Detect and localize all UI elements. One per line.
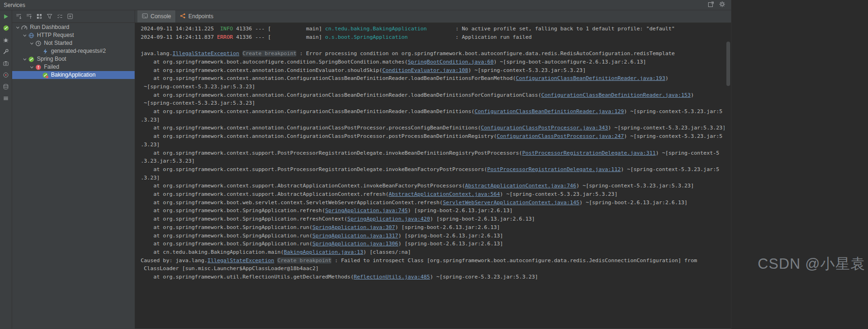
console-text-segment: at org.springframework.context.annotatio… — [141, 67, 382, 73]
console-text-segment: ) ~[spring-boot-autoconfigure-2.6.13.jar… — [494, 59, 646, 65]
chevron-down-icon[interactable] — [15, 25, 21, 30]
chevron-down-icon[interactable] — [29, 65, 35, 70]
filter-icon[interactable] — [46, 13, 53, 20]
tree-item-generated-requests-2[interactable]: generated-requests#2 — [12, 47, 135, 55]
stack-frame-link[interactable]: ConfigurationClassBeanDefinitionReader.j… — [474, 108, 624, 114]
tree-item-label: generated-requests#2 — [51, 47, 106, 55]
create-breakpoint-hint[interactable]: Create breakpoint — [277, 257, 331, 264]
console-line: at org.springframework.boot.SpringApplic… — [141, 240, 725, 248]
console-text-segment: at org.springframework.context.support.A… — [141, 191, 389, 197]
tree-item-bakingapplication[interactable]: BakingApplication — [12, 71, 135, 79]
console-line: at org.springframework.context.support.A… — [141, 182, 725, 190]
stack-frame-link[interactable]: SpringApplication.java:1306 — [312, 241, 398, 247]
chevron-down-icon[interactable] — [22, 57, 28, 62]
menu-icon[interactable] — [2, 94, 10, 102]
console-line: at org.springframework.context.annotatio… — [141, 66, 725, 75]
ide-screenshot-root: Services Run DashboardHTTP RequestNot St… — [0, 0, 868, 329]
console-text-segment: at org.springframework.util.ReflectionUt… — [141, 274, 354, 280]
stack-frame-link[interactable]: ConditionEvaluator.java:108 — [382, 67, 468, 73]
collapse-all-icon[interactable] — [25, 13, 32, 20]
float-window-icon[interactable] — [708, 1, 714, 9]
console-line: ~[spring-context-5.3.23.jar:5.3.23] — [141, 99, 725, 107]
console-line: at org.springframework.context.annotatio… — [141, 107, 725, 116]
console-text-segment: at org.springframework.boot.SpringApplic… — [141, 224, 312, 230]
window-title: Services — [4, 2, 25, 8]
stack-frame-link[interactable]: ConfigurationClassPostProcessor.java:247 — [497, 133, 624, 139]
console-line: ClassLoader [sun.misc.Launcher$AppClassL… — [141, 265, 725, 273]
sidebar-toolbar — [12, 10, 135, 23]
log-level-error: ERROR — [217, 34, 233, 40]
spring-icon[interactable] — [2, 24, 10, 32]
console-text-segment: : Failed to introspect Class [org.spring… — [331, 257, 697, 264]
console-text-segment: at org.springframework.context.annotatio… — [141, 92, 541, 98]
add-service-icon[interactable] — [66, 13, 73, 20]
stack-frame-link[interactable]: ReflectionUtils.java:485 — [354, 274, 430, 280]
checklist-icon[interactable] — [56, 13, 63, 20]
services-sidebar: Run DashboardHTTP RequestNot Startedgene… — [12, 10, 135, 329]
chevron-down-icon[interactable] — [29, 41, 35, 46]
stack-frame-link[interactable]: AbstractApplicationContext.java:564 — [389, 191, 500, 197]
console-text-segment: at org.springframework.boot.SpringApplic… — [141, 207, 325, 214]
tree-item-run-dashboard[interactable]: Run Dashboard — [12, 23, 135, 31]
stack-frame-link[interactable]: SpringApplication.java:420 — [347, 216, 430, 222]
console-text-segment: : Error processing condition on org.spri… — [296, 50, 674, 57]
console-text-segment: .3.23.jar:5.3.23] — [141, 158, 195, 164]
tab-endpoints[interactable]: Endpoints — [175, 10, 217, 22]
console-text-segment: .3.23] — [141, 142, 160, 148]
stack-frame-link[interactable]: SpringApplication.java:307 — [312, 224, 395, 230]
build-wrench-icon[interactable] — [2, 48, 10, 55]
console-text-segment: ) ~[spring-context-5.3.23.jar:5 — [624, 108, 723, 114]
console-viewport: 2024-09-11 14:24:11.225 INFO 41336 --- [… — [135, 23, 731, 329]
expand-all-icon[interactable] — [15, 13, 22, 20]
console-scrollbar — [726, 23, 731, 329]
stack-frame-link[interactable]: PostProcessorRegistrationDelegate.java:1… — [487, 166, 621, 172]
console-text-segment: ) ~[spring-boot-2.6.13.jar:2.6.13] — [580, 200, 688, 206]
profiler-icon[interactable] — [2, 71, 10, 79]
stack-frame-link[interactable]: AbstractApplicationContext.java:746 — [465, 183, 576, 189]
settings-gear-icon[interactable] — [719, 1, 725, 9]
console-line: .3.23] — [141, 141, 725, 149]
console-line: at org.springframework.context.annotatio… — [141, 124, 725, 132]
exception-class-link[interactable]: IllegalStateException — [208, 257, 274, 264]
stack-frame-link[interactable]: ConfigurationClassBeanDefinitionReader.j… — [541, 92, 691, 98]
stack-frame-link[interactable]: SpringBootCondition.java:60 — [408, 59, 494, 65]
console-text-segment: java.lang. — [141, 50, 172, 57]
chevron-down-icon[interactable] — [22, 33, 28, 38]
debug-icon[interactable] — [2, 36, 10, 43]
stack-frame-link[interactable]: ServletWebServerApplicationContext.java:… — [443, 200, 579, 206]
stack-frame-link[interactable]: BakingApplication.java:13 — [284, 249, 363, 255]
group-by-icon[interactable] — [36, 13, 43, 20]
console-text-segment: at org.springframework.boot.SpringApplic… — [141, 216, 347, 222]
tab-console[interactable]: Console — [137, 10, 175, 22]
console-output: 2024-09-11 14:24:11.225 INFO 41336 --- [… — [135, 23, 725, 329]
stack-frame-link[interactable]: SpringApplication.java:745 — [325, 207, 408, 214]
run-dashboard-icon — [21, 24, 28, 31]
console-text-segment: ~[spring-context-5.3.23.jar:5.3.23] — [141, 100, 255, 106]
stack-frame-link[interactable]: PostProcessorRegistrationDelegate.java:3… — [522, 150, 656, 156]
exception-class-link[interactable]: IllegalStateException — [172, 50, 239, 57]
tree-item-http-request[interactable]: HTTP Request — [12, 31, 135, 39]
console-line: .3.23.jar:5.3.23] — [141, 157, 725, 165]
console-line: at org.springframework.boot.SpringApplic… — [141, 215, 725, 223]
stack-frame-link[interactable]: ConfigurationClassBeanDefinitionReader.j… — [516, 75, 666, 81]
tree-item-not-started[interactable]: Not Started — [12, 39, 135, 47]
console-scrollbar-thumb[interactable] — [726, 42, 730, 86]
spring-boot-node-icon — [28, 56, 35, 63]
console-panel: ConsoleEndpoints 2024-09-11 14:24:11.225… — [135, 10, 731, 329]
console-line: 2024-09-11 14:24:11.837 ERROR 41336 --- … — [141, 33, 725, 42]
console-text-segment: ) [spring-boot-2.6.13.jar:2.6.13] — [395, 224, 500, 230]
create-breakpoint-hint[interactable]: Create breakpoint — [243, 50, 297, 57]
console-line: .3.23] — [141, 116, 725, 124]
screenshot-icon[interactable] — [2, 59, 10, 67]
tree-item-spring-boot[interactable]: Spring Boot — [12, 55, 135, 63]
console-text-segment: ) ~[spring-context-5 — [656, 150, 719, 156]
background-filler — [732, 0, 868, 329]
run-icon[interactable] — [2, 13, 10, 20]
console-line: at org.springframework.boot.autoconfigur… — [141, 58, 725, 66]
stack-frame-link[interactable]: ConfigurationClassPostProcessor.java:343 — [481, 125, 608, 131]
stack-frame-link[interactable]: SpringApplication.java:1317 — [312, 233, 398, 239]
tree-item-failed[interactable]: Failed — [12, 63, 135, 71]
console-text-segment: at org.springframework.boot.SpringApplic… — [141, 241, 312, 247]
database-icon[interactable] — [2, 83, 10, 90]
console-line: at org.springframework.context.support.P… — [141, 165, 725, 174]
